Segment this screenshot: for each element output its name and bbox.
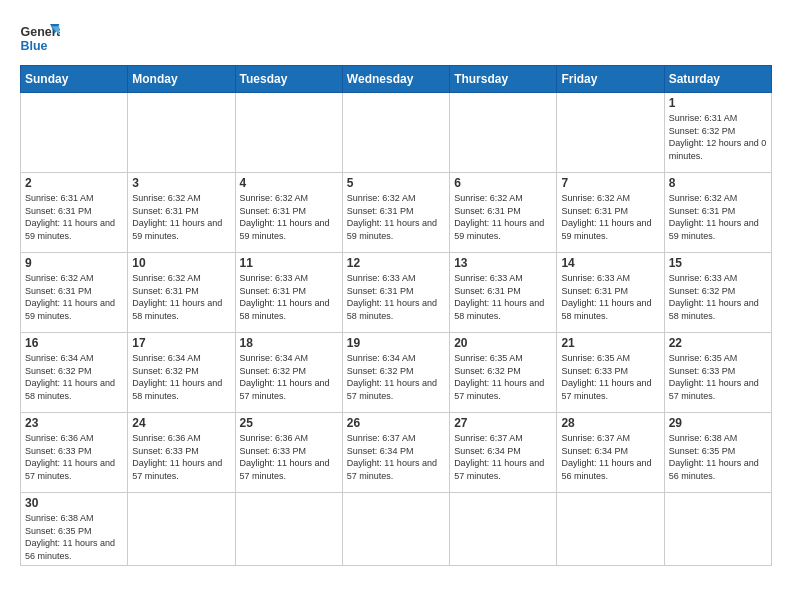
day-info: Sunrise: 6:33 AM Sunset: 6:31 PM Dayligh… <box>240 272 338 322</box>
day-number: 28 <box>561 416 659 430</box>
calendar-table: SundayMondayTuesdayWednesdayThursdayFrid… <box>20 65 772 566</box>
day-number: 15 <box>669 256 767 270</box>
calendar-cell <box>342 493 449 566</box>
day-info: Sunrise: 6:37 AM Sunset: 6:34 PM Dayligh… <box>561 432 659 482</box>
day-info: Sunrise: 6:32 AM Sunset: 6:31 PM Dayligh… <box>347 192 445 242</box>
day-info: Sunrise: 6:34 AM Sunset: 6:32 PM Dayligh… <box>240 352 338 402</box>
calendar-cell: 14Sunrise: 6:33 AM Sunset: 6:31 PM Dayli… <box>557 253 664 333</box>
calendar-cell: 24Sunrise: 6:36 AM Sunset: 6:33 PM Dayli… <box>128 413 235 493</box>
day-number: 24 <box>132 416 230 430</box>
day-info: Sunrise: 6:34 AM Sunset: 6:32 PM Dayligh… <box>25 352 123 402</box>
day-info: Sunrise: 6:34 AM Sunset: 6:32 PM Dayligh… <box>347 352 445 402</box>
day-header-saturday: Saturday <box>664 66 771 93</box>
day-number: 22 <box>669 336 767 350</box>
svg-text:Blue: Blue <box>21 39 48 53</box>
day-number: 2 <box>25 176 123 190</box>
calendar-cell: 6Sunrise: 6:32 AM Sunset: 6:31 PM Daylig… <box>450 173 557 253</box>
calendar-cell: 23Sunrise: 6:36 AM Sunset: 6:33 PM Dayli… <box>21 413 128 493</box>
calendar-week-3: 16Sunrise: 6:34 AM Sunset: 6:32 PM Dayli… <box>21 333 772 413</box>
calendar-cell <box>557 493 664 566</box>
calendar-cell: 30Sunrise: 6:38 AM Sunset: 6:35 PM Dayli… <box>21 493 128 566</box>
day-number: 29 <box>669 416 767 430</box>
day-number: 16 <box>25 336 123 350</box>
day-info: Sunrise: 6:37 AM Sunset: 6:34 PM Dayligh… <box>454 432 552 482</box>
calendar-cell: 13Sunrise: 6:33 AM Sunset: 6:31 PM Dayli… <box>450 253 557 333</box>
day-number: 26 <box>347 416 445 430</box>
calendar-cell: 2Sunrise: 6:31 AM Sunset: 6:31 PM Daylig… <box>21 173 128 253</box>
day-number: 23 <box>25 416 123 430</box>
day-info: Sunrise: 6:31 AM Sunset: 6:31 PM Dayligh… <box>25 192 123 242</box>
day-number: 12 <box>347 256 445 270</box>
calendar-cell: 27Sunrise: 6:37 AM Sunset: 6:34 PM Dayli… <box>450 413 557 493</box>
calendar-week-2: 9Sunrise: 6:32 AM Sunset: 6:31 PM Daylig… <box>21 253 772 333</box>
calendar-cell: 8Sunrise: 6:32 AM Sunset: 6:31 PM Daylig… <box>664 173 771 253</box>
day-header-wednesday: Wednesday <box>342 66 449 93</box>
day-number: 20 <box>454 336 552 350</box>
day-info: Sunrise: 6:32 AM Sunset: 6:31 PM Dayligh… <box>132 192 230 242</box>
day-info: Sunrise: 6:36 AM Sunset: 6:33 PM Dayligh… <box>240 432 338 482</box>
calendar-cell: 21Sunrise: 6:35 AM Sunset: 6:33 PM Dayli… <box>557 333 664 413</box>
calendar-cell: 17Sunrise: 6:34 AM Sunset: 6:32 PM Dayli… <box>128 333 235 413</box>
day-info: Sunrise: 6:38 AM Sunset: 6:35 PM Dayligh… <box>669 432 767 482</box>
calendar-cell: 22Sunrise: 6:35 AM Sunset: 6:33 PM Dayli… <box>664 333 771 413</box>
day-number: 1 <box>669 96 767 110</box>
calendar-cell: 7Sunrise: 6:32 AM Sunset: 6:31 PM Daylig… <box>557 173 664 253</box>
day-info: Sunrise: 6:31 AM Sunset: 6:32 PM Dayligh… <box>669 112 767 162</box>
day-number: 17 <box>132 336 230 350</box>
logo-icon: General Blue <box>20 20 60 55</box>
calendar-cell <box>450 493 557 566</box>
day-info: Sunrise: 6:37 AM Sunset: 6:34 PM Dayligh… <box>347 432 445 482</box>
day-number: 10 <box>132 256 230 270</box>
day-header-monday: Monday <box>128 66 235 93</box>
calendar-cell: 4Sunrise: 6:32 AM Sunset: 6:31 PM Daylig… <box>235 173 342 253</box>
day-number: 13 <box>454 256 552 270</box>
day-info: Sunrise: 6:34 AM Sunset: 6:32 PM Dayligh… <box>132 352 230 402</box>
day-header-friday: Friday <box>557 66 664 93</box>
calendar-cell: 11Sunrise: 6:33 AM Sunset: 6:31 PM Dayli… <box>235 253 342 333</box>
calendar-week-1: 2Sunrise: 6:31 AM Sunset: 6:31 PM Daylig… <box>21 173 772 253</box>
day-number: 7 <box>561 176 659 190</box>
calendar-cell: 29Sunrise: 6:38 AM Sunset: 6:35 PM Dayli… <box>664 413 771 493</box>
calendar-cell: 1Sunrise: 6:31 AM Sunset: 6:32 PM Daylig… <box>664 93 771 173</box>
day-info: Sunrise: 6:36 AM Sunset: 6:33 PM Dayligh… <box>132 432 230 482</box>
day-number: 30 <box>25 496 123 510</box>
page-header: General Blue <box>20 20 772 55</box>
calendar-cell <box>235 93 342 173</box>
calendar-week-4: 23Sunrise: 6:36 AM Sunset: 6:33 PM Dayli… <box>21 413 772 493</box>
calendar-header-row: SundayMondayTuesdayWednesdayThursdayFrid… <box>21 66 772 93</box>
calendar-cell <box>557 93 664 173</box>
day-header-tuesday: Tuesday <box>235 66 342 93</box>
calendar-cell <box>664 493 771 566</box>
day-number: 25 <box>240 416 338 430</box>
calendar-cell: 20Sunrise: 6:35 AM Sunset: 6:32 PM Dayli… <box>450 333 557 413</box>
calendar-week-0: 1Sunrise: 6:31 AM Sunset: 6:32 PM Daylig… <box>21 93 772 173</box>
day-number: 5 <box>347 176 445 190</box>
calendar-cell: 15Sunrise: 6:33 AM Sunset: 6:32 PM Dayli… <box>664 253 771 333</box>
calendar-cell: 18Sunrise: 6:34 AM Sunset: 6:32 PM Dayli… <box>235 333 342 413</box>
day-number: 21 <box>561 336 659 350</box>
calendar-cell <box>235 493 342 566</box>
calendar-cell: 25Sunrise: 6:36 AM Sunset: 6:33 PM Dayli… <box>235 413 342 493</box>
day-info: Sunrise: 6:33 AM Sunset: 6:31 PM Dayligh… <box>347 272 445 322</box>
day-info: Sunrise: 6:33 AM Sunset: 6:31 PM Dayligh… <box>454 272 552 322</box>
day-info: Sunrise: 6:32 AM Sunset: 6:31 PM Dayligh… <box>454 192 552 242</box>
day-info: Sunrise: 6:35 AM Sunset: 6:33 PM Dayligh… <box>561 352 659 402</box>
logo: General Blue <box>20 20 60 55</box>
calendar-cell: 9Sunrise: 6:32 AM Sunset: 6:31 PM Daylig… <box>21 253 128 333</box>
calendar-cell <box>342 93 449 173</box>
day-info: Sunrise: 6:32 AM Sunset: 6:31 PM Dayligh… <box>240 192 338 242</box>
calendar-cell <box>21 93 128 173</box>
day-number: 8 <box>669 176 767 190</box>
calendar-cell: 19Sunrise: 6:34 AM Sunset: 6:32 PM Dayli… <box>342 333 449 413</box>
day-number: 6 <box>454 176 552 190</box>
day-info: Sunrise: 6:32 AM Sunset: 6:31 PM Dayligh… <box>561 192 659 242</box>
day-number: 18 <box>240 336 338 350</box>
day-info: Sunrise: 6:32 AM Sunset: 6:31 PM Dayligh… <box>132 272 230 322</box>
calendar-cell: 26Sunrise: 6:37 AM Sunset: 6:34 PM Dayli… <box>342 413 449 493</box>
day-number: 19 <box>347 336 445 350</box>
day-info: Sunrise: 6:38 AM Sunset: 6:35 PM Dayligh… <box>25 512 123 562</box>
day-number: 3 <box>132 176 230 190</box>
day-info: Sunrise: 6:33 AM Sunset: 6:31 PM Dayligh… <box>561 272 659 322</box>
day-info: Sunrise: 6:36 AM Sunset: 6:33 PM Dayligh… <box>25 432 123 482</box>
day-header-thursday: Thursday <box>450 66 557 93</box>
